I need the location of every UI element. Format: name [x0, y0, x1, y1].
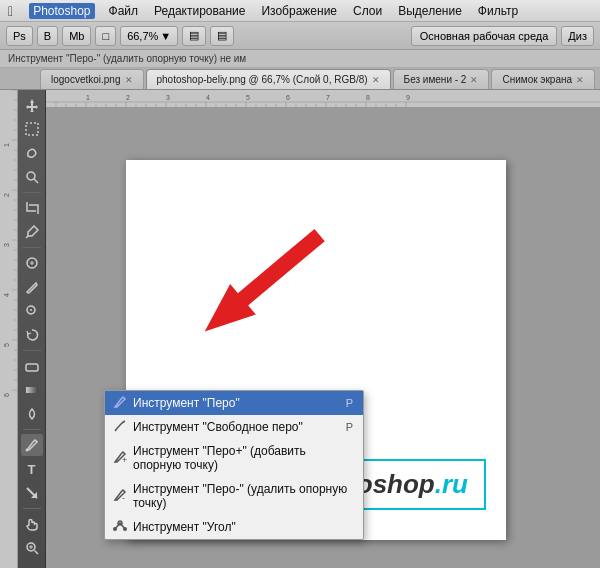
- pen-tool[interactable]: [21, 434, 43, 456]
- zoom-btn[interactable]: 66,7% ▼: [120, 26, 178, 46]
- ctx-corner-tool[interactable]: Инструмент "Угол": [105, 515, 363, 539]
- info-bar: Инструмент "Перо-" (удалить опорную точк…: [0, 50, 600, 68]
- svg-point-50: [25, 449, 28, 452]
- svg-text:1: 1: [3, 143, 10, 147]
- ctx-free-pen-tool[interactable]: Инструмент "Свободное перо" P: [105, 415, 363, 439]
- tool-separator-1: [23, 192, 41, 193]
- menu-filter[interactable]: Фильтр: [476, 4, 520, 18]
- svg-text:6: 6: [3, 393, 10, 397]
- svg-rect-38: [26, 123, 38, 135]
- ctx-del-anchor-tool[interactable]: - Инструмент "Перо-" (удалить опорную то…: [105, 477, 363, 515]
- ctx-free-pen-label: Инструмент "Свободное перо": [133, 420, 303, 434]
- blur-tool[interactable]: [21, 403, 43, 425]
- grid-icon: ▤: [189, 29, 199, 42]
- menu-edit[interactable]: Редактирование: [152, 4, 247, 18]
- pen-tool-icon: [113, 395, 127, 412]
- menu-file[interactable]: Файл: [107, 4, 141, 18]
- tab-close-icon[interactable]: ✕: [125, 75, 133, 85]
- ps-icon-btn[interactable]: Ps: [6, 26, 33, 46]
- del-anchor-icon: -: [113, 488, 127, 505]
- spot-heal-tool[interactable]: [21, 252, 43, 274]
- crop-tool[interactable]: [21, 197, 43, 219]
- tab-close-snimok-icon[interactable]: ✕: [576, 75, 584, 85]
- tab-unnamed-label: Без имени - 2: [404, 74, 467, 85]
- extras-icon: ▤: [217, 29, 227, 42]
- menu-layers[interactable]: Слои: [351, 4, 384, 18]
- diz-btn[interactable]: Диз: [561, 26, 594, 46]
- svg-rect-48: [26, 387, 38, 393]
- context-menu: Инструмент "Перо" P Инструмент "Свободно…: [104, 390, 364, 540]
- svg-text:5: 5: [3, 343, 10, 347]
- tab-snimok[interactable]: Снимок экрана ✕: [491, 69, 595, 89]
- svg-marker-102: [192, 220, 333, 347]
- canvas-size-btn[interactable]: □: [95, 26, 116, 46]
- zoom-tool[interactable]: [21, 537, 43, 559]
- marquee-tool[interactable]: [21, 118, 43, 140]
- extras-btn[interactable]: ▤: [210, 26, 234, 46]
- svg-point-106: [123, 527, 127, 531]
- quick-select-tool[interactable]: [21, 166, 43, 188]
- diz-label: Диз: [568, 30, 587, 42]
- brush-tool[interactable]: [21, 276, 43, 298]
- svg-text:1: 1: [86, 94, 90, 101]
- ruler-top: 1 2 3 4 5 6 7 8 9: [46, 90, 600, 108]
- svg-point-46: [30, 309, 32, 311]
- tab-snimok-label: Снимок экрана: [502, 74, 572, 85]
- svg-line-49: [35, 440, 37, 442]
- free-pen-icon: [113, 419, 127, 436]
- ps-icon-label: Ps: [13, 30, 26, 42]
- tab-label: logocvetkoi.png: [51, 74, 121, 85]
- svg-text:2: 2: [3, 193, 10, 197]
- svg-line-53: [34, 551, 38, 555]
- mb-icon-btn[interactable]: Mb: [62, 26, 91, 46]
- svg-text:+: +: [122, 455, 127, 464]
- ctx-add-anchor-label: Инструмент "Перо+" (добавить опорную точ…: [133, 444, 353, 472]
- hand-tool[interactable]: [21, 513, 43, 535]
- eyedropper-tool[interactable]: [21, 221, 43, 243]
- path-select-tool[interactable]: [21, 482, 43, 504]
- svg-text:4: 4: [3, 293, 10, 297]
- ctx-add-anchor-tool[interactable]: + Инструмент "Перо+" (добавить опорную т…: [105, 439, 363, 477]
- history-tool[interactable]: [21, 324, 43, 346]
- canvas-area: 1 2 3 4 5 6 7 8 9: [46, 90, 600, 568]
- tab-logocvetkoi[interactable]: logocvetkoi.png ✕: [40, 69, 144, 89]
- main-area: 1 2 3 4 5 6: [0, 90, 600, 568]
- add-anchor-icon: +: [113, 450, 127, 467]
- tool-separator-4: [23, 429, 41, 430]
- svg-line-40: [34, 179, 38, 183]
- tab-close-unnamed-icon[interactable]: ✕: [470, 75, 478, 85]
- menu-image[interactable]: Изображение: [259, 4, 339, 18]
- workspace-btn[interactable]: Основная рабочая среда: [411, 26, 558, 46]
- b-icon-btn[interactable]: B: [37, 26, 58, 46]
- tool-separator-5: [23, 508, 41, 509]
- eraser-tool[interactable]: [21, 355, 43, 377]
- menu-select[interactable]: Выделение: [396, 4, 464, 18]
- move-tool[interactable]: [21, 94, 43, 116]
- tab-bez-imeni[interactable]: Без имени - 2 ✕: [393, 69, 490, 89]
- lasso-tool[interactable]: [21, 142, 43, 164]
- info-text: Инструмент "Перо-" (удалить опорную точк…: [8, 53, 246, 64]
- tab-close-active-icon[interactable]: ✕: [372, 75, 380, 85]
- tab-photoshop-beliy[interactable]: photoshop-beliy.png @ 66,7% (Слой 0, RGB…: [146, 69, 391, 89]
- svg-text:5: 5: [246, 94, 250, 101]
- toolbar: T: [18, 90, 46, 568]
- clone-tool[interactable]: [21, 300, 43, 322]
- ctx-free-pen-shortcut: P: [346, 421, 353, 433]
- options-bar: Ps B Mb □ 66,7% ▼ ▤ ▤ Основная рабочая с…: [0, 22, 600, 50]
- ctx-pen-tool[interactable]: Инструмент "Перо" P: [105, 391, 363, 415]
- text-tool[interactable]: T: [21, 458, 43, 480]
- ps-logo-suffix: .ru: [435, 469, 468, 499]
- gradient-tool[interactable]: [21, 379, 43, 401]
- svg-rect-47: [26, 364, 38, 371]
- svg-text:7: 7: [326, 94, 330, 101]
- tool-separator-3: [23, 350, 41, 351]
- grid-btn[interactable]: ▤: [182, 26, 206, 46]
- ruler-left: 1 2 3 4 5 6: [0, 90, 18, 568]
- app-title[interactable]: Photoshop: [29, 3, 94, 19]
- ruler-top-svg: 1 2 3 4 5 6 7 8 9: [46, 90, 600, 108]
- svg-text:8: 8: [366, 94, 370, 101]
- ctx-pen-label: Инструмент "Перо": [133, 396, 240, 410]
- apple-logo-icon: : [8, 3, 13, 19]
- svg-text:4: 4: [206, 94, 210, 101]
- corner-icon: [113, 519, 127, 536]
